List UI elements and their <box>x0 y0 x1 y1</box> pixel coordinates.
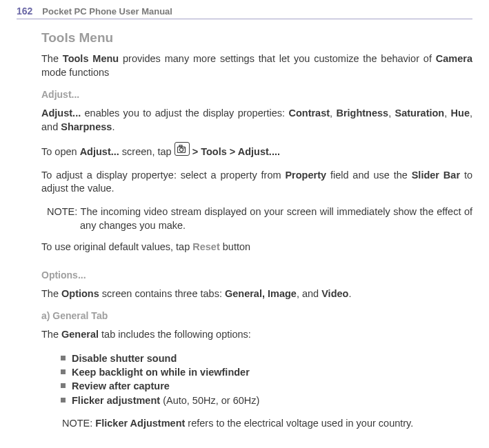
adjust-note: NOTE: The incoming video stream displaye… <box>41 205 472 232</box>
manual-title: Pocket PC Phone User Manual <box>42 6 172 17</box>
term-brightness: Brightness <box>336 108 388 119</box>
list-item: Flicker adjustment (Auto, 50Hz, or 60Hz) <box>72 394 472 407</box>
term-flicker-adjustment: Flicker Adjustment <box>95 418 185 429</box>
tools-menu-description: The Tools Menu provides many more settin… <box>41 52 472 79</box>
page-number: 162 <box>17 6 32 17</box>
term-sharpness: Sharpness <box>61 121 112 132</box>
text: . <box>348 288 351 299</box>
text: , <box>388 108 395 119</box>
term-camera: Camera <box>436 53 472 64</box>
svg-rect-3 <box>183 147 185 148</box>
general-options-list: Disable shutter sound Keep backlight on … <box>41 352 472 407</box>
adjust-open-instruction: To open Adjust... screen, tap > Tools > … <box>41 143 472 159</box>
list-item: Review after capture <box>72 379 472 393</box>
text: provides many more settings that let you… <box>119 53 436 64</box>
text: The <box>41 288 61 299</box>
term-saturation: Saturation <box>395 108 445 119</box>
heading-tools-menu: Tools Menu <box>41 30 472 45</box>
heading-general-tab: a) General Tab <box>41 310 472 321</box>
term-video: Video <box>321 288 348 299</box>
text: The <box>41 53 63 64</box>
menu-path: > Tools > Adjust.... <box>190 146 280 157</box>
text: button <box>220 241 250 252</box>
term-hue: Hue <box>451 108 470 119</box>
flicker-note: NOTE: Flicker Adjustment refers to the e… <box>41 417 472 431</box>
adjust-properties-description: Adjust... enables you to adjust the disp… <box>41 107 472 134</box>
list-item: Disable shutter sound <box>72 352 472 365</box>
term-tools-menu: Tools Menu <box>63 53 119 64</box>
text: . <box>112 121 114 132</box>
note-text: refers to the electrical voltage used in… <box>185 418 413 429</box>
text: screen contains three tabs: <box>99 288 225 299</box>
note-label: NOTE: <box>62 418 95 429</box>
reset-button-label: Reset <box>192 241 220 252</box>
term-adjust: Adjust... <box>41 108 81 119</box>
term-contrast: Contrast <box>288 108 330 119</box>
text: tab includes the following options: <box>99 329 251 340</box>
term-slider-bar: Slider Bar <box>412 170 460 181</box>
list-item-bold: Keep backlight on while in viewfinder <box>72 367 250 378</box>
text: To open <box>41 146 80 157</box>
adjust-reset-instruction: To use original default values, tap Rese… <box>41 241 472 254</box>
text: , and <box>297 288 321 299</box>
text: To use original default values, tap <box>41 241 192 252</box>
list-item-bold: Review after capture <box>72 380 170 391</box>
text: To adjust a display propertye: select a … <box>41 170 285 181</box>
text: field and use the <box>326 170 412 181</box>
svg-rect-2 <box>179 145 182 147</box>
text: mode functions <box>41 67 109 78</box>
options-tabs-description: The Options screen contains three tabs: … <box>41 287 472 301</box>
list-item-bold: Disable shutter sound <box>72 353 177 364</box>
list-item: Keep backlight on while in viewfinder <box>72 365 472 379</box>
note-label: NOTE: <box>47 206 81 217</box>
general-tab-intro: The General tab includes the following o… <box>41 328 472 342</box>
camera-icon <box>174 142 190 156</box>
text: screen, tap <box>119 146 174 157</box>
term-adjust: Adjust... <box>80 146 119 157</box>
heading-options: Options... <box>41 269 472 281</box>
heading-adjust: Adjust... <box>41 89 472 100</box>
adjust-usage-instruction: To adjust a display propertye: select a … <box>41 169 472 196</box>
svg-point-1 <box>179 148 183 152</box>
note-text: The incoming video stream displayed on y… <box>80 206 472 231</box>
text: , <box>444 108 450 119</box>
list-item-bold: Flicker adjustment <box>72 395 160 406</box>
term-general-image: General, Image <box>225 288 297 299</box>
term-options: Options <box>61 288 99 299</box>
page-header: 162 Pocket PC Phone User Manual <box>17 6 472 19</box>
term-general: General <box>61 329 99 340</box>
text: enables you to adjust the display proper… <box>81 108 288 119</box>
term-property-field: Property <box>285 170 326 181</box>
text: The <box>41 329 61 340</box>
list-item-rest: (Auto, 50Hz, or 60Hz) <box>160 395 259 406</box>
